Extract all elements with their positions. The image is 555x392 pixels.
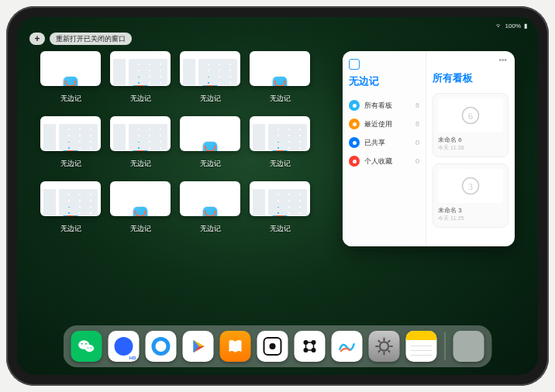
- status-bar: ᯤ 100% ▮: [17, 20, 538, 31]
- svg-line-24: [388, 350, 390, 352]
- freeform-app-icon: [273, 207, 287, 216]
- dock-app-play[interactable]: [183, 331, 214, 362]
- window-thumb[interactable]: 无边记: [110, 51, 171, 104]
- svg-text:6: 6: [468, 111, 473, 122]
- sidebar-item-label: 个人收藏: [364, 156, 411, 167]
- freeform-app-icon: [133, 207, 147, 216]
- app-expose-grid: 无边记无边记无边记无边记无边记无边记无边记无边记无边记无边记无边记无边记: [40, 51, 319, 319]
- window-preview[interactable]: [110, 181, 171, 216]
- window-preview[interactable]: [40, 116, 101, 151]
- board-date: 今天 11:28: [438, 144, 503, 152]
- board-name: 未命名 3: [438, 206, 503, 215]
- dock-separator: [445, 332, 446, 360]
- window-thumb[interactable]: 无边记: [250, 116, 310, 169]
- window-label: 无边记: [270, 94, 291, 104]
- svg-line-25: [388, 340, 390, 342]
- window-preview[interactable]: [40, 51, 101, 86]
- freeform-app-icon: [64, 77, 78, 86]
- window-thumb[interactable]: 无边记: [180, 116, 240, 169]
- ellipsis-icon[interactable]: •••: [498, 56, 507, 64]
- window-preview[interactable]: [180, 116, 240, 151]
- window-label: 无边记: [270, 159, 291, 169]
- svg-point-6: [81, 343, 83, 345]
- window-thumb[interactable]: 无边记: [40, 116, 101, 169]
- panel-right-title: 所有看板: [433, 71, 508, 85]
- window-thumb[interactable]: 无边记: [40, 181, 101, 234]
- sidebar-toggle-icon[interactable]: [349, 59, 360, 70]
- window-label: 无边记: [130, 94, 151, 104]
- window-label: 无边记: [60, 224, 81, 234]
- window-preview[interactable]: [110, 51, 171, 86]
- svg-point-18: [380, 342, 388, 350]
- sidebar-item[interactable]: 最近使用8: [349, 115, 419, 133]
- category-icon: [349, 137, 360, 148]
- wifi-icon: ᯤ: [496, 22, 502, 29]
- window-preview[interactable]: [40, 181, 101, 216]
- workspace: 无边记无边记无边记无边记无边记无边记无边记无边记无边记无边记无边记无边记 •••…: [40, 51, 515, 319]
- dock-app-recent-apps[interactable]: [453, 331, 484, 362]
- dock-app-freeform[interactable]: [332, 331, 363, 362]
- panel-content: 所有看板 6未命名 6今天 11:283未命名 3今天 11:25: [426, 51, 515, 246]
- board-name: 未命名 6: [438, 136, 503, 144]
- window-preview[interactable]: [250, 51, 310, 86]
- dock-app-dice[interactable]: [257, 331, 288, 362]
- window-label: 无边记: [200, 224, 221, 234]
- dock-app-settings[interactable]: [369, 331, 400, 362]
- freeform-panel[interactable]: ••• 无边记 所有看板8最近使用8已共享0个人收藏0 所有看板 6未命名 6今…: [343, 51, 515, 246]
- sidebar-item-count: 8: [415, 120, 419, 128]
- freeform-app-icon: [133, 77, 147, 86]
- dock-app-books[interactable]: [220, 331, 251, 362]
- window-thumb[interactable]: 无边记: [250, 181, 310, 234]
- svg-text:3: 3: [468, 181, 473, 192]
- board-preview: 6: [438, 98, 503, 132]
- sidebar-item-count: 8: [415, 101, 419, 109]
- board-preview: 3: [438, 169, 503, 203]
- category-icon: [349, 100, 360, 111]
- freeform-app-icon: [64, 207, 78, 216]
- window-thumb[interactable]: 无边记: [250, 51, 310, 104]
- svg-point-8: [88, 347, 89, 349]
- sidebar-item-count: 0: [415, 157, 419, 165]
- sidebar-item[interactable]: 所有看板8: [349, 96, 419, 115]
- svg-point-9: [91, 347, 92, 349]
- top-controls: + 重新打开已关闭的窗口: [29, 33, 132, 45]
- dock-app-dots[interactable]: [295, 331, 326, 362]
- board-card[interactable]: 6未命名 6今天 11:28: [433, 93, 508, 157]
- window-thumb[interactable]: 无边记: [40, 51, 101, 104]
- window-thumb[interactable]: 无边记: [110, 116, 171, 169]
- new-window-button[interactable]: +: [29, 33, 45, 45]
- window-thumb[interactable]: 无边记: [180, 181, 240, 234]
- window-label: 无边记: [60, 159, 81, 169]
- window-preview[interactable]: [180, 181, 240, 216]
- sidebar-item-label: 所有看板: [364, 101, 411, 111]
- dock-app-quark[interactable]: [146, 331, 177, 362]
- ipad-frame: ᯤ 100% ▮ + 重新打开已关闭的窗口 无边记无边记无边记无边记无边记无边记…: [6, 6, 549, 386]
- window-label: 无边记: [130, 224, 151, 234]
- category-icon: [349, 119, 360, 129]
- dock: HD: [64, 325, 492, 367]
- dock-app-notes[interactable]: [406, 331, 437, 362]
- freeform-app-icon: [203, 207, 217, 216]
- reopen-closed-window-button[interactable]: 重新打开已关闭的窗口: [50, 33, 132, 45]
- window-thumb[interactable]: 无边记: [110, 181, 171, 234]
- window-preview[interactable]: [110, 116, 171, 151]
- freeform-app-icon: [64, 142, 78, 151]
- dock-app-quark-hd[interactable]: HD: [109, 331, 140, 362]
- sidebar-item[interactable]: 个人收藏0: [349, 152, 419, 170]
- freeform-app-icon: [133, 142, 147, 151]
- board-card[interactable]: 3未命名 3今天 11:25: [433, 163, 508, 228]
- category-icon: [349, 156, 360, 167]
- window-label: 无边记: [200, 94, 221, 104]
- dock-app-wechat[interactable]: [71, 331, 102, 362]
- svg-line-26: [378, 350, 381, 352]
- sidebar-item[interactable]: 已共享0: [349, 133, 419, 152]
- svg-point-7: [85, 343, 87, 345]
- window-preview[interactable]: [250, 116, 310, 151]
- freeform-app-icon: [273, 142, 287, 151]
- window-preview[interactable]: [180, 51, 240, 86]
- window-thumb[interactable]: 无边记: [180, 51, 240, 104]
- freeform-app-icon: [203, 142, 217, 151]
- window-preview[interactable]: [250, 181, 310, 216]
- freeform-app-icon: [203, 77, 217, 86]
- battery-icon: ▮: [524, 22, 527, 29]
